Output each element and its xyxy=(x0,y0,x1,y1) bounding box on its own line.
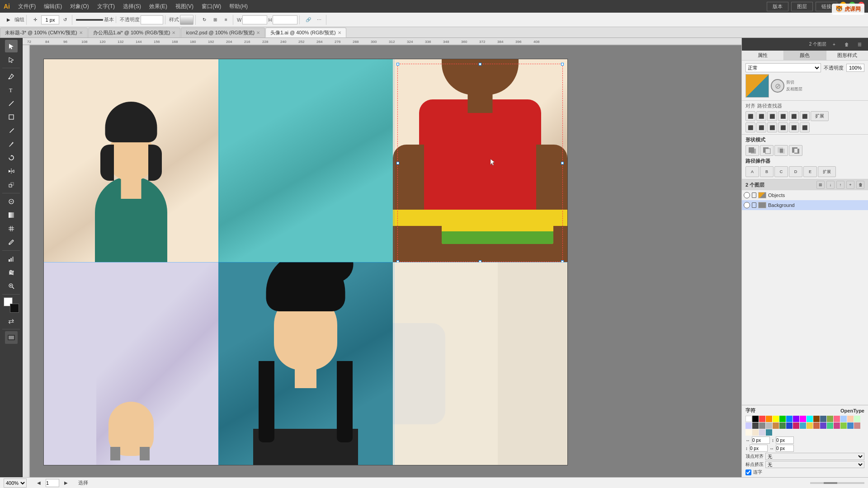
menu-window[interactable]: 窗口(W) xyxy=(198,2,225,11)
line-tool[interactable] xyxy=(5,97,18,110)
color-tab[interactable]: 颜色 xyxy=(784,51,826,60)
width-input[interactable] xyxy=(242,15,267,24)
gradient-tool[interactable] xyxy=(5,209,18,221)
tab-3[interactable]: 头像1.ai @ 400% (RGB/预览) ✕ xyxy=(265,28,346,38)
distrib-6-btn[interactable]: ⬛ xyxy=(800,122,810,132)
align-right-btn[interactable]: ⬛ xyxy=(767,111,777,121)
pencil-tool[interactable] xyxy=(5,124,18,137)
exclude-btn[interactable] xyxy=(789,145,802,156)
hand-tool[interactable] xyxy=(5,266,18,279)
tab-close-3[interactable]: ✕ xyxy=(338,30,341,35)
pen-tool[interactable] xyxy=(5,70,18,83)
menu-object[interactable]: 对象(O) xyxy=(66,2,92,11)
expand-btn[interactable]: 扩展 xyxy=(811,111,829,121)
color-rose[interactable] xyxy=(834,422,840,429)
menu-view[interactable]: 视图(V) xyxy=(172,2,197,11)
refresh-btn[interactable]: ↻ xyxy=(199,15,209,25)
color-dustyrose[interactable] xyxy=(854,422,860,429)
distrib-horiz-btn[interactable]: ⬛ xyxy=(745,122,755,132)
layer-background[interactable]: Background xyxy=(742,200,868,210)
layer-move-btn[interactable]: ↑ xyxy=(836,181,844,189)
ligature-checkbox[interactable] xyxy=(745,469,751,475)
new-layer-2-btn[interactable]: + xyxy=(846,181,854,189)
color-lightblue[interactable] xyxy=(840,416,847,422)
brush-tool[interactable] xyxy=(5,138,18,150)
color-blue[interactable] xyxy=(786,416,793,422)
pathop-3-btn[interactable]: C xyxy=(774,166,788,177)
color-lightgray[interactable] xyxy=(766,422,772,429)
color-darkTeal[interactable] xyxy=(766,429,772,436)
rotate-tool[interactable] xyxy=(5,151,18,164)
reflect-tool[interactable] xyxy=(5,165,18,178)
color-purple[interactable] xyxy=(793,416,799,422)
color-gray[interactable] xyxy=(759,422,765,429)
color-lime[interactable] xyxy=(840,422,847,429)
align-btn[interactable]: ≡ xyxy=(221,15,231,25)
screen-mode-btn[interactable] xyxy=(5,331,18,344)
color-swatch-area[interactable] xyxy=(4,297,19,313)
color-violet[interactable] xyxy=(820,422,826,429)
spacing-2-input[interactable] xyxy=(776,436,794,444)
align-top-btn[interactable]: ⬛ xyxy=(778,111,788,121)
swatches-tab[interactable]: 图形样式 xyxy=(826,51,868,60)
graph-tool[interactable] xyxy=(5,253,18,265)
eyedropper-tool[interactable] xyxy=(5,236,18,249)
color-magenta[interactable] xyxy=(800,416,806,422)
zoom-tool[interactable] xyxy=(5,280,18,292)
color-forest[interactable] xyxy=(779,422,786,429)
move-tool-btn[interactable]: ✛ xyxy=(30,15,40,25)
align-center-btn[interactable]: ⬛ xyxy=(756,111,766,121)
align-bottom-btn[interactable]: ⬛ xyxy=(800,111,810,121)
distrib-4-btn[interactable]: ⬛ xyxy=(778,122,788,132)
tab-close-2[interactable]: ✕ xyxy=(256,30,260,35)
color-green[interactable] xyxy=(779,416,786,422)
tab-close-0[interactable]: ✕ xyxy=(79,30,83,35)
color-beige[interactable] xyxy=(752,429,759,436)
intersect-btn[interactable] xyxy=(774,145,788,156)
color-periwinkle[interactable] xyxy=(759,429,765,436)
color-cream[interactable] xyxy=(745,429,752,436)
leading-input[interactable] xyxy=(750,445,768,452)
pathop-4-btn[interactable]: D xyxy=(789,166,802,177)
tab-2[interactable]: icon2.psd @ 100% (RGB/预览) ✕ xyxy=(181,28,265,38)
menu-select[interactable]: 选择(S) xyxy=(119,2,145,11)
pathop-2-btn[interactable]: B xyxy=(760,166,774,177)
link-btn[interactable]: 🔗 xyxy=(303,15,313,25)
pathop-expand-btn[interactable]: 扩展 xyxy=(818,166,836,177)
color-cerulean[interactable] xyxy=(847,422,854,429)
layer-merge-btn[interactable]: ↓ xyxy=(826,181,835,189)
opacity-value-input[interactable] xyxy=(846,64,864,72)
color-crimson[interactable] xyxy=(793,422,799,429)
direct-select-tool[interactable] xyxy=(5,53,18,66)
color-peach[interactable] xyxy=(847,416,854,422)
punct-select[interactable]: 无 xyxy=(765,461,864,468)
mesh-tool[interactable] xyxy=(5,222,18,235)
scroll-indicator-h[interactable] xyxy=(810,482,864,484)
tab-close-1[interactable]: ✕ xyxy=(172,30,175,35)
artboard-num-input[interactable] xyxy=(46,479,59,487)
selection-tool-btn[interactable]: ▶ xyxy=(4,15,14,25)
scale-tool[interactable] xyxy=(5,178,18,191)
delete-layer-btn[interactable]: 🗑 xyxy=(842,39,852,49)
menu-effect[interactable]: 效果(E) xyxy=(146,2,171,11)
menu-file[interactable]: 文件(F) xyxy=(14,2,39,11)
color-yellow[interactable] xyxy=(773,416,779,422)
rotate-tool-btn[interactable]: ↺ xyxy=(60,15,70,25)
color-navy[interactable] xyxy=(786,422,793,429)
canvas-scroll[interactable] xyxy=(30,45,741,477)
make-clip-btn[interactable]: ⊞ xyxy=(816,181,825,189)
menu-edit[interactable]: 编辑(E) xyxy=(40,2,66,11)
style-preview-btn[interactable] xyxy=(180,15,193,25)
arrow-select-tool[interactable] xyxy=(5,40,18,52)
color-teal[interactable] xyxy=(800,422,806,429)
color-coral[interactable] xyxy=(813,422,820,429)
menu-text[interactable]: 文字(T) xyxy=(94,2,118,11)
warp-tool[interactable] xyxy=(5,195,18,208)
tab-1[interactable]: 办公用品1.ai* @ 100% (RGB/预览) ✕ xyxy=(88,28,181,38)
minus-front-btn[interactable] xyxy=(760,145,774,156)
next-artboard-btn[interactable]: ▶ xyxy=(61,478,71,488)
shape-tool[interactable] xyxy=(5,111,18,123)
view-panel-btn[interactable]: 版本 xyxy=(767,2,788,11)
prev-artboard-btn[interactable]: ◀ xyxy=(34,478,44,488)
layer-options-btn[interactable]: ☰ xyxy=(854,39,864,49)
